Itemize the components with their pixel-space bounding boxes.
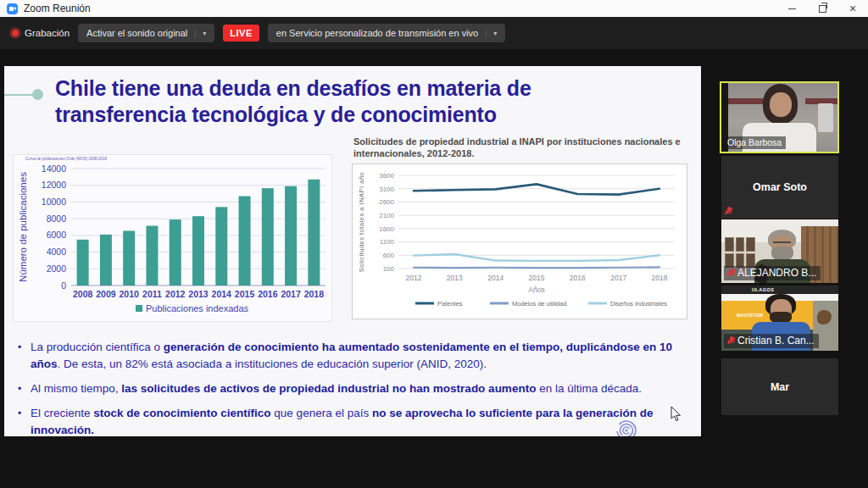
bar-2009	[100, 235, 112, 286]
bar-2012	[170, 219, 181, 286]
bullet-marker: •	[18, 405, 31, 436]
inapi-chart-title: Solicitudes de propiedad industrial a IN…	[353, 136, 686, 159]
bullet-list: •La producción científica o generación d…	[18, 339, 689, 436]
bar-2015	[239, 197, 251, 286]
svg-text:4000: 4000	[47, 247, 67, 257]
svg-text:14000: 14000	[42, 164, 66, 174]
publications-chart-panel: Curva de publicaciones Chile (WOS) 2008-…	[13, 154, 332, 322]
svg-text:2018: 2018	[652, 274, 668, 282]
muted-mic-icon	[727, 336, 735, 345]
bar-2016	[262, 188, 274, 286]
participant-name: ALEJANDRO B...	[737, 267, 816, 279]
ulagos-logo: ULAGOS	[752, 287, 775, 292]
svg-text:2015: 2015	[529, 274, 545, 282]
legend-label: Modelos de utilidad	[512, 300, 567, 308]
original-sound-label: Activar el sonido original	[86, 28, 187, 38]
bullet-text: El creciente stock de conocimiento cient…	[31, 405, 689, 436]
bullet-text: Al mismo tiempo, las solicitudes de acti…	[31, 380, 642, 397]
participant-name: Cristian B. Can...	[737, 335, 815, 347]
participant-nameplate: Cristian B. Can...	[724, 334, 819, 348]
svg-text:2016: 2016	[258, 289, 278, 299]
series-Modelos de utilidad	[414, 267, 659, 268]
bullet-item: •Al mismo tiempo, las solicitudes de act…	[18, 380, 689, 397]
bar-chart-svg: 02000400060008000100001200014000Número d…	[15, 162, 331, 321]
svg-text:0: 0	[61, 280, 66, 291]
participant-tile-omar[interactable]: Omar Soto	[721, 156, 838, 219]
participant-nameplate: Olga Barbosa	[724, 136, 786, 149]
minimize-button[interactable]	[776, 0, 807, 17]
live-stream-label: en Servicio personalizado de transmisión…	[276, 28, 478, 38]
svg-text:2000: 2000	[47, 263, 67, 274]
muted-mic-icon	[727, 269, 735, 277]
svg-text:2012: 2012	[165, 289, 186, 299]
inapi-chart-panel: 100600110016002100260031003600Solicitude…	[352, 164, 687, 319]
bar-2013	[192, 216, 204, 286]
restore-button[interactable]	[807, 0, 837, 17]
accent-dot	[32, 89, 43, 100]
mouse-cursor	[670, 407, 682, 425]
bar-2017	[285, 186, 297, 286]
svg-text:600: 600	[383, 252, 395, 259]
recording-indicator[interactable]: Grabación	[12, 28, 70, 38]
svg-text:2017: 2017	[281, 289, 301, 299]
participant-tile-olga[interactable]: Olga Barbosa	[720, 81, 839, 153]
recording-label: Grabación	[25, 28, 70, 38]
svg-text:Número de publicaciones: Número de publicaciones	[18, 172, 28, 282]
legend-label: Patentes	[437, 300, 463, 308]
original-sound-button[interactable]: Activar el sonido original ▾	[78, 24, 214, 42]
participant-tile-alejandro[interactable]: ALEJANDRO B...	[721, 219, 838, 283]
svg-text:2018: 2018	[304, 289, 325, 299]
legend-label: Publicaciones indexadas	[146, 303, 249, 313]
series-Patentes	[414, 184, 659, 194]
bullet-item: •La producción científica o generación d…	[18, 339, 689, 373]
zoom-app-icon	[7, 3, 18, 14]
x-axis-label: Años	[528, 286, 544, 294]
participant-tile-cristian[interactable]: ULAGOS MAGÍSTER Cristian B. Can...	[721, 286, 838, 351]
accent-line	[4, 94, 35, 96]
slide-title: Chile tiene una deuda en desafíos en mat…	[55, 75, 640, 128]
recording-dot-icon	[12, 30, 19, 36]
window-title: Zoom Reunión	[24, 3, 91, 14]
svg-text:2013: 2013	[188, 289, 209, 299]
person-silhouette	[770, 92, 792, 117]
participant-name: Omar Soto	[721, 156, 838, 219]
live-badge: LIVE	[223, 25, 259, 42]
svg-text:3600: 3600	[379, 172, 394, 180]
svg-text:2014: 2014	[487, 274, 504, 282]
svg-text:2016: 2016	[570, 274, 586, 282]
virtual-background-header: ULAGOS	[721, 286, 838, 294]
video-background	[818, 103, 833, 132]
svg-text:2008: 2008	[73, 289, 93, 299]
bar-2014	[215, 207, 227, 286]
participant-nameplate: ALEJANDRO B...	[724, 266, 821, 280]
participant-tile-mar[interactable]: Mar	[721, 358, 838, 415]
svg-text:2010: 2010	[120, 289, 140, 299]
restore-icon	[819, 5, 826, 13]
bar-2018	[308, 180, 320, 286]
legend-label: Diseños industriales	[610, 300, 667, 308]
svg-text:Solicitudes totales a INAPI añ: Solicitudes totales a INAPI año	[358, 172, 365, 272]
svg-text:6000: 6000	[47, 230, 67, 240]
legend-swatch	[136, 305, 142, 312]
chevron-down-icon[interactable]: ▾	[486, 30, 497, 37]
close-button[interactable]: ×	[837, 0, 868, 17]
svg-text:1600: 1600	[379, 225, 394, 233]
bullet-item: •El creciente stock de conocimiento cien…	[18, 405, 689, 436]
bar-2011	[146, 226, 158, 286]
svg-text:10000: 10000	[42, 197, 66, 207]
svg-text:2011: 2011	[142, 289, 162, 299]
participant-name: Olga Barbosa	[727, 137, 782, 147]
line-chart-svg: 100600110016002100260031003600Solicitude…	[354, 167, 687, 316]
publications-bar-chart: 02000400060008000100001200014000Número d…	[15, 162, 331, 324]
close-icon: ×	[849, 3, 856, 14]
person-silhouette	[773, 241, 791, 243]
shared-screen-slide: Chile tiene una deuda en desafíos en mat…	[4, 66, 701, 436]
muted-mic-icon	[725, 207, 732, 215]
bullet-marker: •	[18, 339, 31, 373]
video-background	[728, 98, 765, 104]
svg-text:2600: 2600	[379, 198, 394, 206]
chevron-down-icon[interactable]: ▾	[195, 30, 206, 37]
spiral-logo-icon	[609, 419, 643, 436]
live-stream-button[interactable]: en Servicio personalizado de transmisión…	[268, 24, 505, 42]
svg-text:2014: 2014	[212, 289, 232, 299]
